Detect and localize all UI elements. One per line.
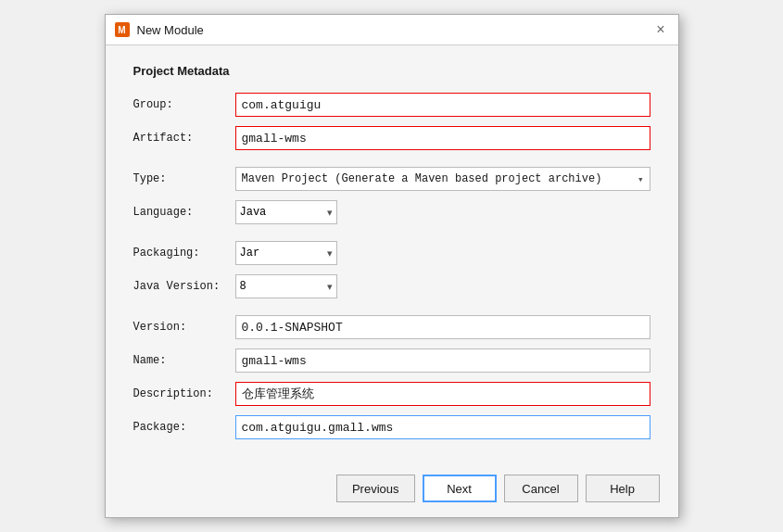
java-version-row: Java Version: 8	[133, 274, 650, 298]
cancel-button[interactable]: Cancel	[504, 475, 578, 502]
title-bar-left: M New Module	[115, 22, 204, 37]
dialog-icon: M	[115, 22, 130, 37]
version-row: Version:	[133, 315, 650, 339]
dialog-icon-text: M	[118, 25, 125, 35]
name-row: Name:	[133, 348, 650, 373]
type-label: Type:	[133, 172, 235, 185]
close-button[interactable]: ×	[652, 22, 668, 37]
description-row: Description:	[133, 382, 650, 406]
name-label: Name:	[133, 354, 235, 367]
artifact-input[interactable]	[235, 126, 650, 150]
type-dropdown-icon: ▾	[638, 173, 644, 185]
dialog-title: New Module	[137, 23, 204, 37]
next-button[interactable]: Next	[423, 475, 497, 502]
section-title: Project Metadata	[133, 64, 650, 78]
packaging-label: Packaging:	[133, 247, 235, 260]
language-select-wrapper: Java	[235, 200, 337, 224]
type-row: Type: Maven Project (Generate a Maven ba…	[133, 167, 650, 191]
group-label: Group:	[133, 98, 235, 111]
dialog-content: Project Metadata Group: Artifact: Type: …	[106, 45, 678, 463]
language-select[interactable]: Java	[235, 200, 337, 224]
help-button[interactable]: Help	[586, 475, 660, 502]
dialog-footer: Previous Next Cancel Help	[106, 463, 678, 517]
java-version-select-wrapper: 8	[235, 274, 337, 298]
packaging-select[interactable]: Jar	[235, 241, 337, 265]
description-input[interactable]	[235, 382, 650, 406]
version-input[interactable]	[235, 315, 650, 339]
java-version-select[interactable]: 8	[235, 274, 337, 298]
language-row: Language: Java	[133, 200, 650, 224]
version-label: Version:	[133, 321, 235, 334]
package-label: Package:	[133, 421, 235, 434]
title-bar: M New Module ×	[106, 15, 678, 45]
packaging-select-wrapper: Jar	[235, 241, 337, 265]
java-version-label: Java Version:	[133, 280, 235, 293]
package-row: Package:	[133, 415, 650, 439]
artifact-label: Artifact:	[133, 132, 235, 145]
package-input[interactable]	[235, 415, 650, 439]
language-label: Language:	[133, 206, 235, 219]
type-description: (Generate a Maven based project archive)	[328, 172, 601, 185]
artifact-row: Artifact:	[133, 126, 650, 150]
previous-button[interactable]: Previous	[336, 475, 415, 502]
group-row: Group:	[133, 93, 650, 117]
group-input[interactable]	[235, 93, 650, 117]
type-value: Maven Project	[242, 172, 329, 185]
packaging-row: Packaging: Jar	[133, 241, 650, 265]
type-select-text: Maven Project (Generate a Maven based pr…	[242, 172, 638, 185]
name-input[interactable]	[235, 348, 650, 373]
new-module-dialog: M New Module × Project Metadata Group: A…	[105, 14, 679, 518]
type-select[interactable]: Maven Project (Generate a Maven based pr…	[235, 167, 650, 191]
description-label: Description:	[133, 387, 235, 400]
